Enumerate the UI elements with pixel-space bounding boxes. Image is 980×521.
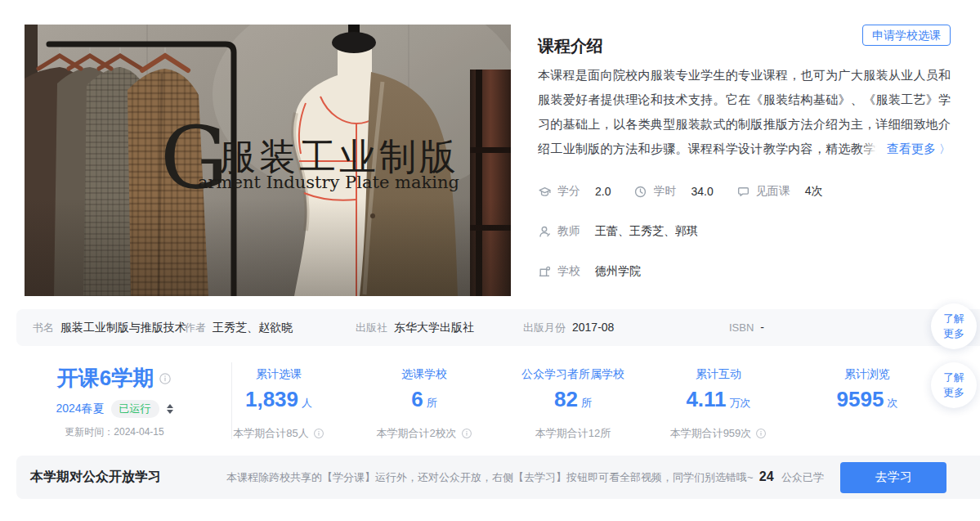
book-author-field: 作者王秀芝、赵欲晓	[185, 309, 293, 346]
public-learning-bar: 本学期对公众开放学习 本课程除跨校共享的【学分课】运行外，还对公众开放，右侧【去…	[16, 456, 980, 499]
statistics-section: 开课6学期 2024春夏 已运行 更新时间：2024-04-15 累计选课 1,…	[0, 356, 980, 446]
book-isbn-label: ISBN	[729, 321, 754, 334]
stat-value: 82	[554, 387, 578, 411]
stat-total-views: 累计浏览 9595次	[794, 356, 941, 415]
learn-more-label: 了解更多	[942, 371, 965, 400]
chat-bubble-icon	[736, 185, 750, 199]
info-circle-icon[interactable]	[461, 428, 472, 439]
public-learning-title: 本学期对公众开放学习	[30, 469, 161, 486]
status-badge: 已运行	[111, 400, 159, 418]
book-author-value: 王秀芝、赵欲晓	[213, 321, 293, 334]
book-pubdate-label: 出版月份	[523, 321, 566, 334]
stat-value: 9595	[837, 387, 884, 411]
book-author-label: 作者	[185, 321, 206, 334]
learn-more-label: 了解更多	[942, 312, 965, 341]
stat-public-learner-schools: 公众学习者所属学校 82所 本学期合计12所	[483, 356, 663, 441]
textbook-bar: 书名服装工业制版与推版技术 作者王秀芝、赵欲晓 出版社东华大学出版社 出版月份2…	[16, 309, 980, 346]
view-more-link[interactable]: 查看更多〉	[862, 137, 951, 161]
book-title-label: 书名	[33, 321, 54, 334]
stat-sub-text: 本学期合计85人	[233, 426, 308, 441]
semester-selector-caret[interactable]	[167, 404, 173, 414]
book-publisher-value: 东华大学出版社	[394, 321, 474, 334]
go-study-button[interactable]: 去学习	[840, 462, 946, 493]
stat-sub-text: 本学期合计959次	[670, 426, 752, 441]
teacher-names: 王蕾、王秀芝、郭琪	[595, 224, 698, 239]
course-detail-page: G 服装工业制版 arment Industry Plate making 课程…	[0, 0, 980, 521]
stat-unit: 万次	[730, 397, 751, 409]
public-learning-note: 本课程除跨校共享的【学分课】运行外，还对公众开放，右侧【去学习】按钮即可看全部视…	[226, 470, 754, 485]
school-name: 德州学院	[595, 264, 641, 279]
cover-overlay-text: G 服装工业制版 arment Industry Plate making	[160, 121, 487, 219]
stat-label: 累计选课	[205, 367, 352, 382]
stat-unit: 所	[581, 397, 592, 409]
course-description: 本课程是面向院校内服装专业学生的专业课程，也可为广大服装从业人员和服装爱好者提供…	[538, 63, 951, 162]
view-more-label: 查看更多	[887, 141, 936, 155]
semester-term: 2024春夏	[56, 402, 104, 416]
public-learner-count-label: 公众已学	[781, 471, 824, 483]
stat-sub-text: 本学期合计12所	[535, 426, 611, 441]
stat-value: 6	[411, 387, 423, 411]
page-title: 课程介绍	[538, 35, 603, 57]
teacher-label: 教师	[557, 224, 580, 239]
book-pubdate-field: 出版月份2017-08	[523, 309, 614, 346]
public-learner-count: 24 公众已学	[759, 469, 824, 485]
learn-more-float-button[interactable]: 了解更多	[931, 303, 977, 349]
book-publisher-label: 出版社	[356, 321, 387, 334]
stat-label: 累计浏览	[794, 367, 941, 382]
stat-label: 选课学校	[351, 367, 498, 382]
credit-value: 2.0	[595, 185, 611, 198]
stat-enrolled-schools: 选课学校 6所 本学期合计2校次	[351, 356, 498, 441]
learn-more-float-button[interactable]: 了解更多	[931, 362, 977, 408]
clock-icon	[633, 185, 647, 199]
stat-sub-text: 本学期合计2校次	[376, 426, 456, 441]
stat-total-interactions: 累计互动 4.11万次 本学期合计959次	[645, 356, 792, 441]
semester-column: 开课6学期 2024春夏 已运行 更新时间：2024-04-15	[16, 356, 213, 439]
info-circle-icon[interactable]	[755, 428, 767, 439]
meeting-value: 4次	[805, 184, 823, 199]
hours-value: 34.0	[691, 185, 713, 198]
building-icon	[538, 265, 552, 279]
stat-unit: 所	[427, 397, 437, 409]
person-icon	[538, 225, 552, 239]
stat-value: 4.11	[686, 387, 726, 411]
book-title-value: 服装工业制版与推版技术	[60, 321, 186, 334]
teacher-row: 教师 王蕾、王秀芝、郭琪	[538, 224, 721, 239]
stat-unit: 次	[887, 397, 897, 409]
apply-school-course-button[interactable]: 申请学校选课	[862, 25, 951, 46]
hours-label: 学时	[653, 184, 676, 199]
stat-label: 累计互动	[645, 367, 792, 382]
updated-time: 更新时间：2024-04-15	[16, 425, 213, 439]
graduation-cap-icon	[538, 185, 552, 199]
credit-label: 学分	[557, 184, 580, 199]
stat-unit: 人	[302, 397, 312, 409]
public-learner-count-value: 24	[759, 469, 774, 483]
course-info-column: 课程介绍 申请学校选课 本课程是面向院校内服装专业学生的专业课程，也可为广大服装…	[538, 25, 951, 296]
meeting-label: 见面课	[756, 184, 790, 199]
stat-value: 1,839	[245, 387, 298, 411]
cover-subtitle: arment Industry Plate making	[198, 173, 459, 192]
school-row: 学校 德州学院	[538, 264, 664, 279]
book-isbn-field: ISBN-	[729, 309, 764, 346]
book-publisher-field: 出版社东华大学出版社	[356, 309, 474, 346]
stat-label: 公众学习者所属学校	[483, 367, 663, 382]
course-meta-row: 学分 2.0 学时 34.0 见面课 4次	[538, 184, 846, 199]
stat-total-enrolled: 累计选课 1,839人 本学期合计85人	[205, 356, 352, 441]
info-circle-icon[interactable]	[313, 428, 324, 439]
chevron-right-icon: 〉	[939, 142, 951, 155]
school-label: 学校	[557, 264, 580, 279]
course-cover-image: G 服装工业制版 arment Industry Plate making	[25, 25, 511, 296]
book-isbn-value: -	[760, 321, 764, 334]
info-circle-icon[interactable]	[159, 372, 172, 385]
semester-count-title: 开课6学期	[57, 364, 154, 393]
book-title-field: 书名服装工业制版与推版技术	[33, 309, 186, 346]
book-pubdate-value: 2017-08	[572, 321, 614, 334]
